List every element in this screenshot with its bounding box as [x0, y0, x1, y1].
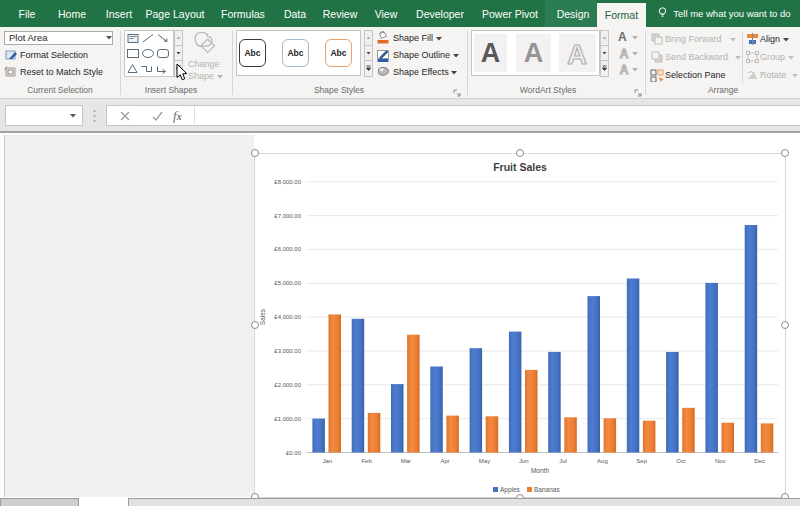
svg-text:Sales: Sales: [259, 308, 266, 325]
svg-text:May: May: [479, 458, 490, 464]
svg-text:Sep: Sep: [636, 458, 647, 464]
svg-text:£1,000.00: £1,000.00: [274, 416, 301, 422]
svg-text:Nov: Nov: [715, 458, 726, 464]
svg-text:Jan: Jan: [322, 458, 332, 464]
svg-text:Fruit Sales: Fruit Sales: [493, 161, 547, 173]
svg-text:Oct: Oct: [676, 458, 686, 464]
svg-text:£5,000.00: £5,000.00: [274, 280, 301, 286]
svg-text:£3,000.00: £3,000.00: [274, 348, 301, 354]
svg-text:£4,000.00: £4,000.00: [274, 314, 301, 320]
svg-text:A: A: [620, 47, 629, 61]
svg-text:Bananas: Bananas: [534, 486, 560, 493]
svg-text:Month: Month: [531, 467, 549, 474]
svg-text:Apr: Apr: [441, 458, 450, 464]
svg-text:Mar: Mar: [401, 458, 411, 464]
svg-text:A: A: [567, 40, 587, 70]
svg-text:£2,000.00: £2,000.00: [274, 382, 301, 388]
svg-text:Feb: Feb: [361, 458, 372, 464]
svg-text:£7,000.00: £7,000.00: [274, 213, 301, 219]
svg-text:£8,000.00: £8,000.00: [274, 179, 301, 185]
svg-text:Aug: Aug: [597, 458, 608, 464]
svg-text:£6,000.00: £6,000.00: [274, 246, 301, 252]
svg-text:Jun: Jun: [519, 458, 529, 464]
svg-text:A: A: [620, 63, 629, 77]
svg-text:£0.00: £0.00: [286, 450, 302, 456]
svg-text:Jul: Jul: [559, 458, 567, 464]
svg-text:Dec: Dec: [754, 458, 765, 464]
svg-text:Apples: Apples: [500, 486, 521, 494]
